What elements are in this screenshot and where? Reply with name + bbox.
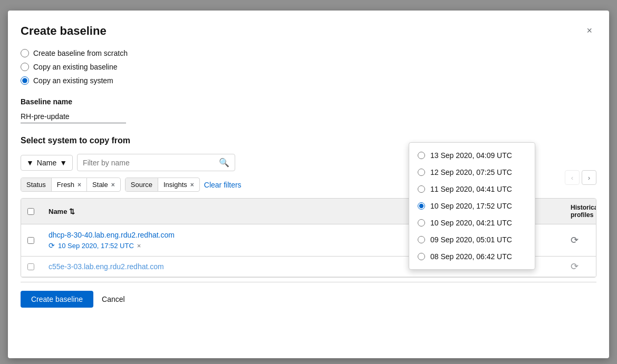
row1-checkbox-cell: [21, 231, 42, 250]
radio-existing-system[interactable]: Copy an existing system: [21, 76, 596, 85]
date-option-5[interactable]: 10 Sep 2020, 04:21 UTC: [409, 214, 535, 231]
radio-scratch[interactable]: Create baseline from scratch: [21, 49, 596, 57]
status-filter-group: Status Fresh × Stale ×: [21, 178, 121, 192]
date-radio-1[interactable]: [418, 152, 425, 159]
search-input-wrap: 🔍: [77, 154, 235, 171]
modal-title: Create baseline: [21, 24, 107, 38]
radio-scratch-input[interactable]: [21, 49, 29, 57]
date-option-2[interactable]: 12 Sep 2020, 07:25 UTC: [409, 164, 535, 181]
filter-icon: ▼: [26, 159, 34, 167]
remove-fresh-tag[interactable]: ×: [78, 181, 81, 189]
modal-overlay: Create baseline × Create baseline from s…: [0, 0, 617, 364]
radio-existing-baseline-input[interactable]: [21, 63, 29, 71]
row2-restore-icon[interactable]: ⟳: [571, 261, 579, 272]
baseline-name-input[interactable]: [21, 110, 126, 123]
fresh-tag-text: Fresh: [57, 181, 74, 189]
header-historical-text: Historical profiles: [571, 204, 596, 219]
insights-tag-text: Insights: [163, 181, 187, 189]
source-filter-group: Source Insights ×: [125, 178, 200, 192]
row2-restore-cell: ⟳: [564, 261, 596, 272]
date-radio-6[interactable]: [418, 236, 425, 243]
date-label-6: 09 Sep 2020, 05:01 UTC: [430, 235, 512, 244]
date-option-7[interactable]: 08 Sep 2020, 06:42 UTC: [409, 248, 535, 265]
row1-snapshot-info: ⟳ 10 Sep 2020, 17:52 UTC ×: [49, 241, 141, 250]
modal: Create baseline × Create baseline from s…: [8, 11, 609, 358]
modal-footer: Create baseline Cancel: [21, 282, 596, 316]
radio-group: Create baseline from scratch Copy an exi…: [21, 49, 596, 85]
header-name: Name ⇅: [42, 204, 406, 219]
radio-existing-system-label: Copy an existing system: [33, 76, 113, 85]
date-radio-3[interactable]: [418, 185, 425, 193]
date-option-4[interactable]: 10 Sep 2020, 17:52 UTC: [409, 198, 535, 214]
snapshot-clock-icon: ⟳: [49, 241, 55, 250]
date-option-6[interactable]: 09 Sep 2020, 05:01 UTC: [409, 231, 535, 248]
fresh-tag: Fresh ×: [52, 178, 86, 191]
row2-system-name[interactable]: c55e-3-03.lab.eng.rdu2.redhat.com: [49, 262, 164, 271]
stale-tag: Stale ×: [86, 178, 120, 191]
date-option-3[interactable]: 11 Sep 2020, 04:41 UTC: [409, 181, 535, 198]
clear-filters-button[interactable]: Clear filters: [204, 181, 242, 189]
chevron-down-icon: ▼: [60, 159, 67, 167]
filter-dropdown-label: Name: [37, 159, 56, 167]
status-label: Status: [21, 178, 52, 191]
date-radio-4[interactable]: [418, 202, 425, 210]
date-label-7: 08 Sep 2020, 06:42 UTC: [430, 252, 512, 261]
date-label-1: 13 Sep 2020, 04:09 UTC: [430, 151, 512, 160]
filter-dropdown[interactable]: ▼ Name ▼: [21, 155, 73, 171]
date-radio-5[interactable]: [418, 219, 425, 227]
row1-snapshot-remove[interactable]: ×: [137, 242, 141, 250]
close-button[interactable]: ×: [582, 23, 596, 38]
source-label: Source: [126, 178, 158, 191]
prev-page-button[interactable]: ‹: [565, 170, 580, 185]
date-label-4: 10 Sep 2020, 17:52 UTC: [430, 202, 512, 210]
date-label-5: 10 Sep 2020, 04:21 UTC: [430, 219, 512, 227]
date-dropdown-popup: 13 Sep 2020, 04:09 UTC 12 Sep 2020, 07:2…: [409, 142, 535, 270]
insights-tag: Insights ×: [158, 178, 199, 191]
modal-header: Create baseline ×: [21, 23, 596, 38]
radio-scratch-label: Create baseline from scratch: [33, 49, 128, 57]
row2-checkbox-cell: [21, 261, 42, 272]
remove-stale-tag[interactable]: ×: [111, 181, 115, 189]
row1-system-name[interactable]: dhcp-8-30-40.lab.eng.rdu2.redhat.com: [49, 231, 175, 239]
row1-restore-cell: ⟳: [564, 231, 596, 250]
select-all-checkbox[interactable]: [27, 208, 34, 215]
sort-icon[interactable]: ⇅: [69, 208, 75, 215]
radio-existing-baseline-label: Copy an existing baseline: [33, 63, 118, 71]
date-label-2: 12 Sep 2020, 07:25 UTC: [430, 168, 512, 176]
stale-tag-text: Stale: [92, 181, 108, 189]
date-label-3: 11 Sep 2020, 04:41 UTC: [430, 185, 512, 193]
date-radio-7[interactable]: [418, 253, 425, 260]
cancel-button[interactable]: Cancel: [102, 291, 125, 308]
header-checkbox-cell: [21, 204, 42, 219]
baseline-name-label: Baseline name: [21, 97, 596, 106]
next-page-button[interactable]: ›: [582, 170, 596, 185]
radio-existing-baseline[interactable]: Copy an existing baseline: [21, 63, 596, 71]
row2-checkbox[interactable]: [27, 263, 34, 270]
row1-name-cell: dhcp-8-30-40.lab.eng.rdu2.redhat.com ⟳ 1…: [42, 231, 406, 250]
header-historical: Historical profiles: [564, 204, 596, 219]
date-radio-2[interactable]: [418, 169, 425, 176]
search-button[interactable]: 🔍: [214, 154, 235, 171]
search-input[interactable]: [78, 155, 214, 170]
header-name-text: Name: [49, 208, 67, 215]
row2-name-cell: c55e-3-03.lab.eng.rdu2.redhat.com: [42, 261, 406, 272]
remove-insights-tag[interactable]: ×: [190, 181, 194, 189]
row1-checkbox[interactable]: [27, 237, 34, 244]
radio-existing-system-input[interactable]: [21, 76, 29, 85]
date-option-1[interactable]: 13 Sep 2020, 04:09 UTC: [409, 147, 535, 164]
row1-restore-icon[interactable]: ⟳: [571, 234, 579, 246]
baseline-name-field: Baseline name: [21, 97, 596, 123]
create-baseline-button[interactable]: Create baseline: [21, 291, 93, 308]
page-controls: ‹ ›: [565, 170, 596, 185]
row1-snapshot-date: 10 Sep 2020, 17:52 UTC: [58, 242, 134, 250]
